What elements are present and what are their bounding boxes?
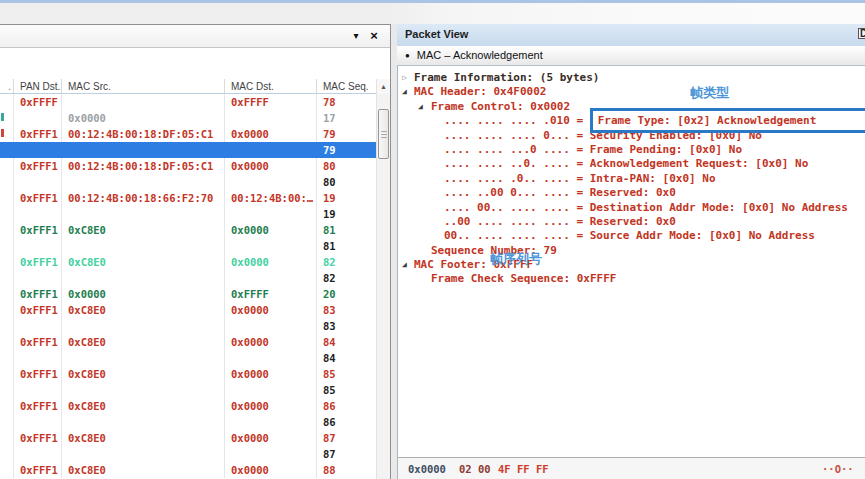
table-row[interactable]: 84	[0, 350, 377, 366]
table-row[interactable]: 0xFFF100:12:4B:00:18:DF:05:C10x000080	[0, 158, 377, 174]
packet-view-panel: Packet View D ●MAC – Acknowledgement ▷Fr…	[397, 24, 865, 479]
cell-src-fragment	[0, 302, 14, 318]
table-row[interactable]: 79	[0, 142, 377, 158]
table-row[interactable]: 87	[0, 446, 377, 462]
column-header-mac-seq[interactable]: MAC Seq.	[317, 79, 377, 93]
docked-window-icon-fragment[interactable]: D	[858, 28, 865, 39]
bit-pattern: .... .... .... .010 =	[444, 114, 590, 127]
tree-line[interactable]: Frame Check Sequence: 0xFFFF	[398, 272, 865, 286]
column-header-mac-src[interactable]: MAC Src.	[62, 79, 225, 93]
cell-mac-src: 00:12:4B:00:18:DF:05:C1	[62, 126, 225, 142]
table-row[interactable]: 83	[0, 318, 377, 334]
cell-src-fragment	[0, 206, 14, 222]
cell-pan-dst: 0xFFF1	[14, 286, 62, 302]
column-header-fragment[interactable]: .	[0, 79, 14, 93]
cell-pan-dst	[14, 206, 62, 222]
cell-pan-dst	[14, 270, 62, 286]
table-row[interactable]: 81	[0, 238, 377, 254]
tree-line[interactable]: Sequence Number: 79	[398, 244, 865, 258]
table-row[interactable]: 0xFFF100:12:4B:00:18:66:F2:7000:12:4B:00…	[0, 190, 377, 206]
cell-pan-dst	[14, 446, 62, 462]
cell-src-fragment	[0, 254, 14, 270]
table-row[interactable]: 0xFFF10xC8E00x000087	[0, 430, 377, 446]
chevron-expanded-icon[interactable]: ◢	[402, 258, 407, 272]
tree-lines: ▷Frame Information: (5 bytes)◢MAC Header…	[398, 71, 865, 287]
cell-mac-src	[62, 318, 225, 334]
cell-pan-dst	[14, 142, 62, 158]
collapse-panel-button[interactable]: ▾	[348, 28, 364, 44]
cell-pan-dst: 0xFFF1	[14, 190, 62, 206]
tree-line[interactable]: ▷Frame Information: (5 bytes)	[398, 71, 865, 85]
cell-mac-seq: 85	[317, 382, 377, 398]
tree-line[interactable]: .... ..00 0... .... = Reserved: 0x0	[398, 186, 865, 200]
cell-src-fragment	[0, 318, 14, 334]
cell-mac-seq: 82	[317, 270, 377, 286]
chevron-collapsed-icon[interactable]: ▷	[402, 71, 407, 85]
table-row[interactable]: 86	[0, 414, 377, 430]
table-row[interactable]: 0xFFF10xC8E00x000084	[0, 334, 377, 350]
cell-src-fragment	[0, 350, 14, 366]
bit-pattern: 00.. .... .... .... =	[444, 229, 590, 242]
table-row[interactable]: 0xFFF100:12:4B:00:18:DF:05:C10x000079	[0, 126, 377, 142]
tree-line[interactable]: ◢MAC Header: 0x4F0002	[398, 85, 865, 99]
cell-pan-dst: 0xFFF1	[14, 366, 62, 382]
table-row[interactable]: 0xFFF10xC8E00x000083	[0, 302, 377, 318]
cell-mac-seq: 17	[317, 110, 377, 126]
cell-pan-dst: 0xFFF1	[14, 462, 62, 478]
cell-pan-dst: 0xFFF1	[14, 158, 62, 174]
bit-pattern: ..00 .... .... .... =	[444, 215, 590, 228]
cell-mac-seq: 86	[317, 398, 377, 414]
packet-decode-tree: ▷Frame Information: (5 bytes)◢MAC Header…	[397, 66, 865, 457]
cell-mac-src: 0xC8E0	[62, 334, 225, 350]
cell-pan-dst: 0xFFF1	[14, 334, 62, 350]
chevron-expanded-icon[interactable]: ◢	[418, 100, 423, 114]
tree-line[interactable]: ◢MAC Footer: 0xFFFF	[398, 258, 865, 272]
cell-pan-dst: 0xFFF1	[14, 126, 62, 142]
hex-ascii: ··O··	[822, 463, 854, 475]
table-row[interactable]: 0xFFF10xC8E00x000088	[0, 462, 377, 478]
table-row[interactable]: 0xFFF10xC8E00x000085	[0, 366, 377, 382]
cell-mac-seq: 19	[317, 190, 377, 206]
table-row[interactable]: 0xFFF10xC8E00x000086	[0, 398, 377, 414]
close-panel-button[interactable]: ×	[366, 28, 382, 44]
tree-label: Intra-PAN: [0x0] No	[590, 172, 716, 185]
cell-pan-dst	[14, 414, 62, 430]
tree-line[interactable]: .... .... ...0 .... = Frame Pending: [0x…	[398, 143, 865, 157]
hex-bytes-header: 02 00	[459, 463, 491, 475]
tree-line[interactable]: .... .... .0.. .... = Intra-PAN: [0x0] N…	[398, 172, 865, 186]
table-row[interactable]: 0xFFFF0xFFFF78	[0, 94, 377, 110]
cell-mac-dst	[225, 238, 317, 254]
cell-mac-seq: 20	[317, 286, 377, 302]
cell-mac-dst: 0x0000	[225, 222, 317, 238]
scrollbar-thumb[interactable]	[378, 109, 389, 159]
column-header-pan-dst[interactable]: PAN Dst.	[14, 79, 62, 93]
tree-line[interactable]: .... .... ..0. .... = Acknowledgement Re…	[398, 157, 865, 171]
table-row[interactable]: 80	[0, 174, 377, 190]
cell-mac-seq: 81	[317, 222, 377, 238]
table-row[interactable]: 0xFFF10x00000xFFFF20	[0, 286, 377, 302]
tree-line[interactable]: .... .... .... .010 = Frame Type: [0x2] …	[398, 114, 865, 128]
table-row[interactable]: 19	[0, 206, 377, 222]
packet-list-scrollbar[interactable]: ▲	[376, 79, 390, 479]
table-row[interactable]: 82	[0, 270, 377, 286]
cell-mac-dst	[225, 318, 317, 334]
scroll-up-button[interactable]: ▲	[377, 79, 390, 94]
table-row[interactable]: 85	[0, 382, 377, 398]
chevron-expanded-icon[interactable]: ◢	[402, 85, 407, 99]
column-header-mac-dst[interactable]: MAC Dst.	[225, 79, 317, 93]
tree-label: MAC Header: 0x4F0002	[414, 85, 546, 98]
tree-line[interactable]: 00.. .... .... .... = Source Addr Mode: …	[398, 229, 865, 243]
cell-mac-dst	[225, 174, 317, 190]
tree-line[interactable]: .... 00.. .... .... = Destination Addr M…	[398, 201, 865, 215]
table-row[interactable]: 0xFFF10xC8E00x000081	[0, 222, 377, 238]
cell-mac-seq: 84	[317, 350, 377, 366]
status-label: MAC – Acknowledgement	[417, 49, 543, 61]
tree-label: Reserved: 0x0	[590, 186, 676, 199]
table-row[interactable]: 0x000017	[0, 110, 377, 126]
bit-pattern: .... .... .... 0... =	[444, 129, 590, 142]
cell-mac-dst	[225, 206, 317, 222]
tree-line[interactable]: ..00 .... .... .... = Reserved: 0x0	[398, 215, 865, 229]
table-row[interactable]: 0xFFF10xC8E00x000082	[0, 254, 377, 270]
cell-mac-seq: 86	[317, 414, 377, 430]
cell-pan-dst	[14, 174, 62, 190]
